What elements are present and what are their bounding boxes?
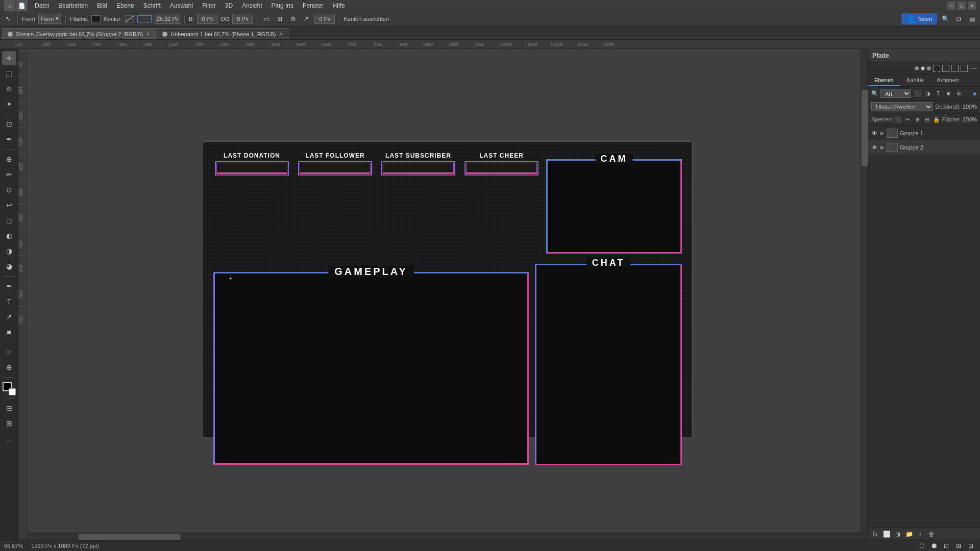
dodge-tool[interactable]: ◕: [2, 259, 16, 273]
layer-adj-icon[interactable]: ◑: [893, 529, 903, 539]
dot-menu[interactable]: ⋯: [970, 64, 977, 72]
scrollbar-vertical[interactable]: [861, 49, 868, 533]
layer-gruppe1[interactable]: 👁 ▶ Gruppe 1: [868, 126, 980, 140]
background-color[interactable]: [9, 388, 16, 395]
layer-eye-gruppe2[interactable]: 👁: [870, 143, 878, 152]
layer-type-dropdown[interactable]: Art: [880, 89, 911, 98]
menu-fenster[interactable]: Fenster: [299, 1, 328, 10]
eyedropper-tool[interactable]: ✒: [2, 132, 16, 146]
clone-tool[interactable]: ⊙: [2, 183, 16, 197]
layer-new-icon[interactable]: +: [915, 529, 925, 539]
menu-ebene[interactable]: Ebene: [112, 1, 138, 10]
close-button[interactable]: ✕: [968, 2, 976, 10]
menu-auswahl[interactable]: Auswahl: [166, 1, 197, 10]
menu-hilfe[interactable]: Hilfe: [329, 1, 349, 10]
mask-mode-icon[interactable]: ⊟: [2, 401, 16, 415]
tab-close-2[interactable]: ✕: [279, 31, 283, 37]
lock-transp-icon[interactable]: ⬛: [895, 115, 902, 124]
panel-icon[interactable]: ▤: [967, 14, 977, 24]
hand-tool[interactable]: ☞: [2, 345, 16, 359]
layer-group-icon[interactable]: 📁: [904, 529, 914, 539]
path-select-tool[interactable]: ↗: [2, 310, 16, 324]
lock-pos-icon[interactable]: ⊕: [914, 115, 921, 124]
pen-tool[interactable]: ✒: [2, 279, 16, 293]
tab-close-1[interactable]: ✕: [146, 31, 150, 37]
status-icon-5[interactable]: ⊟: [966, 541, 976, 551]
tab-unbenannt[interactable]: Unbenannt-1 bei 66,7% (Ebene 1, RGB/8) ✕: [157, 28, 288, 39]
status-icon-2[interactable]: ⬢: [929, 541, 939, 551]
menu-bearbeiten[interactable]: Bearbeiten: [54, 1, 92, 10]
gradient-tool[interactable]: ◐: [2, 229, 16, 243]
size-input[interactable]: [155, 14, 180, 24]
view-icon[interactable]: ⊡: [953, 14, 964, 24]
blend-mode-dropdown[interactable]: Hindurchwerken: [871, 102, 933, 111]
canvas-area[interactable]: 50 100 150 200 250 300 350 400 450 500 5…: [18, 49, 868, 540]
crop-tool[interactable]: ⊡: [2, 117, 16, 131]
blur-tool[interactable]: ◑: [2, 244, 16, 258]
new-doc-icon[interactable]: 📄: [16, 0, 28, 11]
selection-tool[interactable]: ⬚: [2, 66, 16, 81]
lock-artboard-icon[interactable]: ⊞: [923, 115, 931, 124]
menu-ansicht[interactable]: Ansicht: [238, 1, 266, 10]
search-icon[interactable]: 🔍: [940, 14, 950, 24]
lock-paint-icon[interactable]: ✏: [904, 115, 912, 124]
scrollbar-thumb-v[interactable]: [862, 90, 868, 166]
extra-tool-1[interactable]: ···: [2, 434, 16, 448]
tab-stream-overlay[interactable]: Stream Overlay.psdc bei 66,7% (Gruppe 2,…: [2, 28, 156, 39]
menu-plugins[interactable]: Plug-ins: [267, 1, 298, 10]
tab-kanaele[interactable]: Kanäle: [900, 75, 930, 86]
tab-ebenen[interactable]: Ebenen: [868, 75, 900, 86]
eraser-tool[interactable]: ◻: [2, 213, 16, 228]
lock-all-icon[interactable]: 🔒: [933, 115, 940, 124]
menu-3d[interactable]: 3D: [221, 1, 237, 10]
scrollbar-thumb-h[interactable]: [79, 534, 181, 540]
menu-datei[interactable]: Datei: [31, 1, 53, 10]
filter-pixel-icon[interactable]: ⬛: [913, 89, 922, 98]
move-tool[interactable]: ✛: [2, 51, 16, 65]
curve-icon[interactable]: ↗: [301, 14, 311, 24]
layer-fx-icon[interactable]: fx: [870, 529, 880, 539]
share-button[interactable]: 👤 Teilen: [901, 13, 937, 24]
menu-filter[interactable]: Filter: [198, 1, 220, 10]
filter-smart-icon[interactable]: ⊕: [954, 89, 963, 98]
history-tool[interactable]: ↩: [2, 198, 16, 212]
type-tool[interactable]: T: [2, 294, 16, 309]
brush-tool[interactable]: ✏: [2, 167, 16, 182]
maximize-button[interactable]: □: [958, 2, 966, 10]
filter-text-icon[interactable]: T: [934, 89, 943, 98]
scrollbar-horizontal[interactable]: [28, 533, 868, 540]
rect-icon[interactable]: ▭: [261, 14, 272, 24]
status-icon-4[interactable]: ⊞: [953, 541, 964, 551]
filter-toggle[interactable]: ●: [973, 89, 977, 97]
radius-input[interactable]: [314, 14, 335, 24]
filter-adj-icon[interactable]: ◑: [923, 89, 933, 98]
menu-schrift[interactable]: Schrift: [139, 1, 165, 10]
tab-aktionen[interactable]: Aktionen: [930, 75, 965, 86]
layer-mask-icon[interactable]: ⬜: [881, 529, 892, 539]
form-dropdown[interactable]: Form ▾: [38, 14, 62, 24]
layer-eye-gruppe1[interactable]: 👁: [870, 129, 878, 137]
color-picker[interactable]: [3, 382, 16, 395]
lasso-tool[interactable]: ⊘: [2, 82, 16, 96]
layer-expand-gruppe2[interactable]: ▶: [880, 144, 885, 150]
status-icon-1[interactable]: ⬡: [917, 541, 927, 551]
zoom-tool[interactable]: ⊕: [2, 360, 16, 374]
filter-shape-icon[interactable]: ■: [944, 89, 953, 98]
select-tool-icon[interactable]: ↖: [3, 14, 13, 24]
b-value-input[interactable]: [197, 14, 217, 24]
menu-bild[interactable]: Bild: [93, 1, 111, 10]
align-icon[interactable]: ⊞: [275, 14, 285, 24]
h-value-input[interactable]: [232, 14, 253, 24]
stroke-swatch[interactable]: [125, 15, 134, 22]
shape-tool[interactable]: ■: [2, 325, 16, 339]
home-icon[interactable]: ⌂: [4, 0, 15, 11]
fill-color-swatch[interactable]: [91, 15, 101, 22]
magic-wand-tool[interactable]: ✦: [2, 97, 16, 111]
options-icon[interactable]: ⚙: [288, 14, 298, 24]
screen-mode-icon[interactable]: ⊞: [2, 416, 16, 431]
status-icon-3[interactable]: ⊡: [941, 541, 951, 551]
layer-delete-icon[interactable]: 🗑: [926, 529, 937, 539]
layer-expand-gruppe1[interactable]: ▶: [880, 130, 885, 136]
spot-heal-tool[interactable]: ⊕: [2, 152, 16, 166]
minimize-button[interactable]: ─: [947, 2, 955, 10]
